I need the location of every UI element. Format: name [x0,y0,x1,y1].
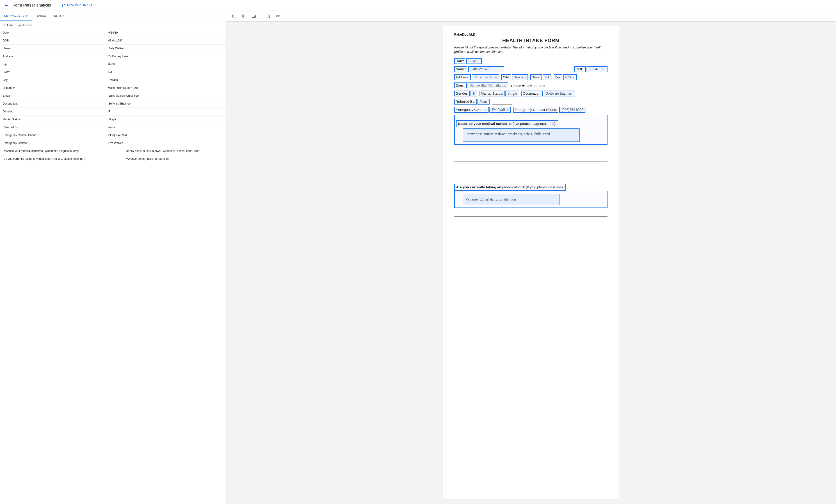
field-state-value: NJ [543,74,551,80]
document-page: FakeDoc M.D. HEALTH INTAKE FORM Please f… [443,26,619,500]
field-marital-value: Single [506,91,519,96]
kv-key: DOB: [3,39,108,42]
section-concerns-value: Ranny nose, mucas in throat, weakness, a… [463,129,580,142]
kv-value: (906)334-8926 [108,134,223,137]
kv-row[interactable]: Address:24 Barney Lane [0,53,226,60]
kv-key: State: [3,71,108,74]
kv-value: walker@cmail.com (906 [108,86,223,90]
kv-key: City: [3,78,108,81]
field-date-value: 9/14/19 [466,58,482,64]
field-email-label: Email: [454,82,467,88]
keyboard-button[interactable] [274,12,283,21]
tab-entity[interactable]: ENTITY [50,11,69,21]
svg-line-2 [234,17,235,18]
doc-title: HEALTH INTAKE FORM [454,38,608,43]
section-concerns-label: Describe your medical concerns (symptoms… [456,120,558,127]
kv-key: Email: [3,94,108,97]
svg-rect-11 [277,15,280,17]
kv-key: Date: [3,31,108,34]
kv-row[interactable]: Name:Sally Walker [0,45,226,53]
field-phone-label: Phone #: [511,83,526,88]
kv-value: Sally, walker@cmail.com [108,94,223,97]
kv-row[interactable]: Emergency Contact:Eva Walker [0,139,226,147]
field-occupation-value: Software Engineer [544,91,575,96]
field-email-value: Sally.walker@cmail.com [468,82,508,88]
kv-value: None [108,126,223,129]
kv-value: 09/04/1986 [108,39,223,42]
field-occupation-label: Occupation: [521,91,543,96]
kv-value: 24 Barney Lane [108,55,223,58]
tab-table[interactable]: TABLE [33,11,50,21]
field-ec-label: Emergency Contact: [454,107,489,113]
keyboard-icon [276,14,281,18]
new-document-label: NEW DOCUMENT [67,4,93,7]
kv-key: Are you currently taking any medication?… [3,157,126,160]
tab-key-value-pair[interactable]: KEY VALUE PAIR [0,11,33,21]
blank-line [454,173,608,179]
kv-key: Occupation: [3,102,108,105]
kv-row[interactable]: City:Towaco [0,76,226,84]
arrow-left-icon [4,3,8,8]
kv-row[interactable]: Describe your medical concerns (symptoms… [0,147,226,155]
svg-line-10 [269,17,270,18]
kv-key: Emergency Contact Phone: [3,134,108,137]
kv-key: Name: [3,47,108,50]
filter-row: Filter [0,21,226,29]
kv-row[interactable]: DOB:09/04/1986 [0,37,226,45]
kv-value: 9/14/19 [108,31,223,34]
code-toggle-button[interactable] [249,12,258,21]
kv-value: Ranny nose, mucas in thwat, weakness, ac… [126,149,223,153]
top-header: Form Parser analysis NEW DOCUMENT [0,0,836,11]
field-name-label: Name: [454,66,467,72]
back-button[interactable] [4,3,9,8]
kv-key: Referred By: [3,126,108,129]
field-address-label: Address: [454,74,471,80]
kv-row[interactable]: _Phone #:walker@cmail.com (906 [0,84,226,92]
kv-value: Towaco [108,78,223,81]
kv-key: Gender: [3,110,108,113]
kv-row[interactable]: State:NJ [0,68,226,76]
zoom-out-icon [232,14,236,18]
code-brackets-icon [251,14,256,18]
kv-value: NJ [108,71,223,74]
document-scroll[interactable]: FakeDoc M.D. HEALTH INTAKE FORM Please f… [226,22,836,504]
kv-row[interactable]: Email:Sally, walker@cmail.com [0,92,226,100]
kv-row[interactable]: Gender:F [0,108,226,116]
search-button[interactable] [264,12,273,21]
field-date-label: Date: [454,58,465,64]
kv-key: Emergency Contact: [3,141,108,144]
kv-value: Sally Walker [108,47,223,50]
kv-row[interactable]: Zip:07082 [0,60,226,68]
new-document-button[interactable]: NEW DOCUMENT [62,3,93,7]
kv-row[interactable]: Date:9/14/19 [0,29,226,37]
toolbar-divider [261,14,261,19]
kv-row[interactable]: Occupation:Software Engineer [0,100,226,108]
zoom-in-button[interactable] [239,12,248,21]
field-ec-value: Eva Walker [490,107,511,113]
kv-key: Zip: [3,63,108,66]
kv-row[interactable]: Emergency Contact Phone:(906)334-8926 [0,131,226,139]
kv-row[interactable]: Are you currently taking any medication?… [0,155,226,163]
page-title: Form Parser analysis [13,3,51,8]
field-ecp-label: Emergency Contact Phone: [513,107,558,113]
section-meds-label: Are you currently taking any medication?… [454,184,566,191]
field-address-value: 24 Barney Lane [472,74,499,80]
left-panel: KEY VALUE PAIR TABLE ENTITY Filter Date:… [0,11,226,504]
kv-value: F [108,110,223,113]
document-icon [62,3,66,7]
kv-value: Software Engineer [108,102,223,105]
kv-row[interactable]: Referred By:None [0,123,226,131]
zoom-out-button[interactable] [229,12,239,21]
kv-list[interactable]: Date:9/14/19DOB:09/04/1986Name:Sally Wal… [0,29,226,504]
blank-line [454,164,608,170]
kv-key: Address: [3,55,108,58]
filter-input[interactable] [16,23,223,27]
svg-line-5 [245,17,245,18]
svg-rect-8 [252,15,255,18]
kv-row[interactable]: Marital Status:Single [0,116,226,123]
field-marital-label: Marital Status: [479,91,505,96]
kv-value: Single [108,118,223,121]
field-ecp-value: (906)334-8926 [559,107,585,113]
section-meds-value: Vyvanse (25mg) daily for attention [463,194,560,205]
field-referred-value: None [477,99,490,104]
